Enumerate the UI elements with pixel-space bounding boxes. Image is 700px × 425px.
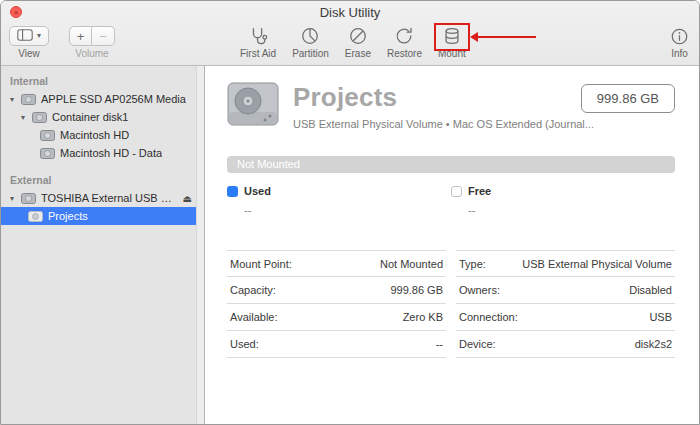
details-tables: Mount Point: Not Mounted Capacity: 999.8… [227, 250, 675, 358]
sidebar-item-projects[interactable]: Projects [1, 207, 204, 225]
container-icon [32, 112, 47, 123]
detail-row-device: Device: disk2s2 [456, 331, 675, 358]
disk-icon [21, 94, 36, 105]
partition-button[interactable]: Partition [292, 25, 329, 59]
sidebar-item-toshiba[interactable]: ▾ TOSHIBA External USB 3.0 M... ⏏ [1, 189, 204, 207]
volume-header: Projects USB External Physical Volume • … [227, 82, 675, 130]
free-value: -- [468, 204, 675, 216]
annotation-red-arrow [478, 36, 536, 38]
capacity-badge: 999.86 GB [581, 84, 675, 113]
window-title: Disk Utility [1, 5, 699, 20]
erase-button[interactable]: Erase [345, 25, 371, 59]
sidebar-item-macintosh-hd-data[interactable]: Macintosh HD - Data [1, 144, 204, 162]
sidebar-item-apple-ssd[interactable]: ▾ APPLE SSD AP0256M Media [1, 90, 204, 108]
detail-row-used: Used: -- [227, 331, 446, 358]
disclosure-triangle-icon[interactable]: ▾ [8, 95, 16, 104]
eject-button[interactable]: ⏏ [183, 193, 192, 204]
disk-icon [21, 193, 36, 204]
volume-name: Projects [293, 82, 581, 113]
detail-row-type: Type: USB External Physical Volume [456, 250, 675, 277]
detail-row-connection: Connection: USB [456, 304, 675, 331]
view-button[interactable]: ▾ View [9, 25, 49, 59]
mount-status-bar: Not Mounted [227, 156, 675, 173]
sidebar-scrollbar[interactable] [196, 66, 204, 425]
free-label: Free [468, 185, 491, 197]
used-value: -- [244, 204, 451, 216]
used-label: Used [244, 185, 271, 197]
volume-label: Volume [75, 48, 108, 59]
detail-row-capacity: Capacity: 999.86 GB [227, 277, 446, 304]
remove-volume-button[interactable]: − [92, 26, 115, 46]
restore-icon [394, 25, 414, 47]
window-chrome: × Disk Utility ▾ V [1, 1, 699, 66]
disclosure-triangle-icon[interactable]: ▾ [8, 194, 16, 203]
eject-icon: ⏏ [183, 193, 192, 204]
external-disk-icon [227, 82, 279, 130]
volume-icon [28, 211, 43, 222]
mount-button[interactable]: Mount [438, 25, 466, 59]
view-label: View [18, 48, 40, 59]
volume-subtitle: USB External Physical Volume • Mac OS Ex… [293, 118, 581, 130]
mount-icon [442, 25, 462, 47]
sidebar-section-external: External [1, 171, 204, 189]
mount-status-text: Not Mounted [237, 158, 300, 170]
volume-icon [40, 130, 55, 141]
chevron-down-icon: ▾ [37, 32, 41, 40]
erase-icon [348, 25, 368, 47]
volume-group: + − Volume [69, 25, 115, 59]
minus-icon: − [99, 30, 107, 43]
details-table-right: Type: USB External Physical Volume Owner… [456, 250, 675, 358]
info-icon [670, 25, 689, 47]
sidebar-item-macintosh-hd[interactable]: Macintosh HD [1, 126, 204, 144]
details-table-left: Mount Point: Not Mounted Capacity: 999.8… [227, 250, 446, 358]
detail-row-owners: Owners: Disabled [456, 277, 675, 304]
sidebar-item-container-disk1[interactable]: ▾ Container disk1 [1, 108, 204, 126]
plus-icon: + [77, 30, 85, 43]
volume-icon [40, 148, 55, 159]
toolbar: ▾ View + − Volume [1, 23, 699, 65]
main-content: Projects USB External Physical Volume • … [205, 66, 699, 425]
legend-free: Free -- [451, 185, 675, 216]
window-body: Internal ▾ APPLE SSD AP0256M Media ▾ Con… [1, 66, 699, 425]
sidebar-section-internal: Internal [1, 72, 204, 90]
restore-button[interactable]: Restore [387, 25, 422, 59]
sidebar: Internal ▾ APPLE SSD AP0256M Media ▾ Con… [1, 66, 205, 425]
first-aid-icon [248, 25, 268, 47]
info-button[interactable]: Info [670, 25, 689, 59]
free-swatch-icon [451, 186, 462, 197]
disclosure-triangle-icon[interactable]: ▾ [19, 113, 27, 122]
add-volume-button[interactable]: + [69, 26, 92, 46]
disk-utility-window: × Disk Utility ▾ V [0, 0, 700, 425]
toolbar-center: First Aid Partition [240, 25, 466, 59]
usage-legend: Used -- Free -- [227, 185, 675, 216]
first-aid-button[interactable]: First Aid [240, 25, 276, 59]
detail-row-available: Available: Zero KB [227, 304, 446, 331]
volume-titles: Projects USB External Physical Volume • … [293, 82, 581, 130]
detail-row-mount-point: Mount Point: Not Mounted [227, 250, 446, 277]
legend-used: Used -- [227, 185, 451, 216]
titlebar[interactable]: × Disk Utility [1, 1, 699, 23]
sidebar-view-icon [17, 27, 33, 45]
used-swatch-icon [227, 186, 238, 197]
partition-icon [300, 25, 320, 47]
